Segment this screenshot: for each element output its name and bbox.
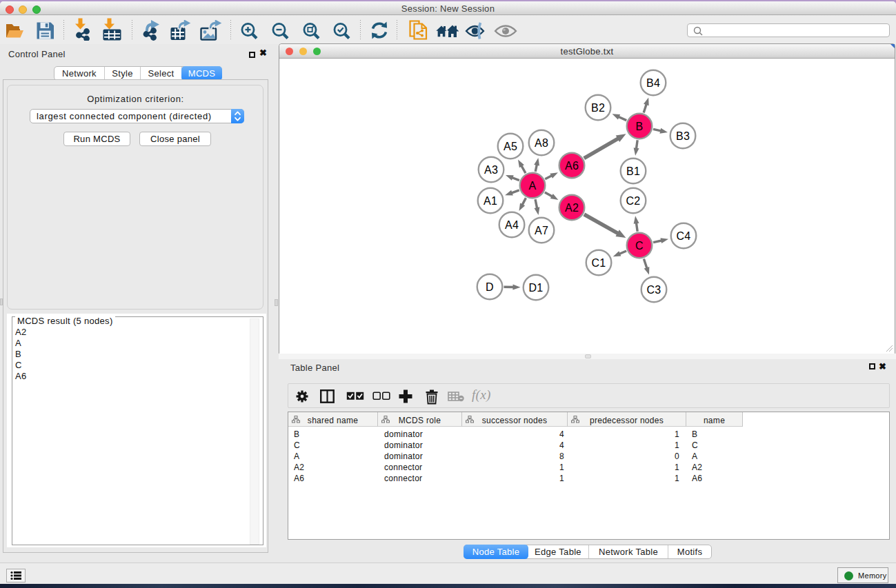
svg-text:C3: C3: [646, 284, 661, 296]
svg-text:A1: A1: [484, 195, 497, 207]
svg-text:A8: A8: [535, 137, 548, 149]
svg-text:C2: C2: [626, 195, 640, 207]
svg-text:A5: A5: [504, 141, 517, 152]
svg-text:A2: A2: [565, 202, 579, 214]
svg-text:B: B: [636, 121, 644, 132]
svg-text:B3: B3: [676, 130, 690, 142]
svg-text:A4: A4: [505, 219, 519, 231]
svg-text:A3: A3: [484, 164, 498, 176]
svg-text:C1: C1: [591, 257, 606, 269]
svg-text:D1: D1: [528, 282, 543, 294]
svg-text:B4: B4: [646, 77, 660, 89]
svg-text:B2: B2: [591, 102, 605, 114]
svg-text:C4: C4: [676, 230, 690, 242]
svg-text:C: C: [635, 240, 644, 252]
svg-text:A7: A7: [535, 225, 548, 236]
svg-text:B1: B1: [626, 165, 640, 177]
svg-text:A6: A6: [565, 160, 579, 172]
svg-text:A: A: [529, 180, 537, 192]
svg-text:D: D: [486, 281, 494, 293]
